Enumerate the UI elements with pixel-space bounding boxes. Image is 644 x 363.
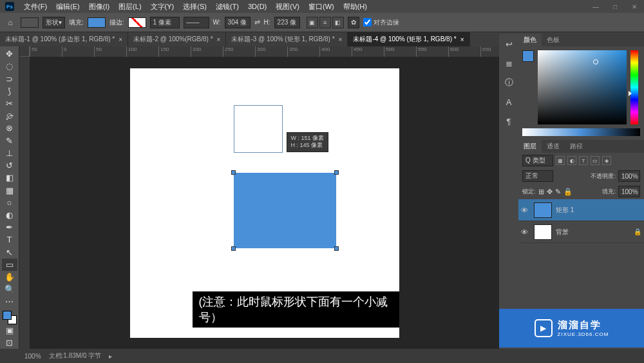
stamp-tool[interactable]: ⊥ <box>2 147 17 159</box>
home-icon[interactable]: ⌂ <box>4 16 17 29</box>
menu-image[interactable]: 图像(I) <box>84 2 114 12</box>
menu-filter[interactable]: 滤镜(T) <box>211 2 243 12</box>
layer-filter-kind[interactable]: Q 类型 <box>522 155 553 166</box>
width-field[interactable]: 304 像 <box>225 17 251 28</box>
tab-doc2[interactable]: 未标题-2 @ 100%(RGB/8) *× <box>128 32 226 46</box>
char-icon[interactable]: A <box>502 95 515 108</box>
menu-view[interactable]: 视图(V) <box>271 2 304 12</box>
tool-preset[interactable] <box>21 17 39 28</box>
pen-tool[interactable]: ✒ <box>2 221 17 233</box>
handle-br[interactable] <box>334 246 339 251</box>
stroke-swatch[interactable] <box>128 17 146 28</box>
layer-name[interactable]: 背景 <box>556 228 569 237</box>
close-icon[interactable]: × <box>339 36 343 43</box>
handle-tr[interactable] <box>334 170 339 175</box>
layer-thumb[interactable] <box>534 224 552 240</box>
handle-tl[interactable] <box>231 170 236 175</box>
brush-tool[interactable]: ✎ <box>2 135 17 147</box>
align-edges-checkbox[interactable]: 对齐边缘 <box>363 18 399 27</box>
lock-pix-icon[interactable]: ✎ <box>555 188 561 196</box>
eyedrop-tool[interactable]: ⌮ <box>2 110 17 122</box>
properties-icon[interactable]: ≣ <box>502 57 515 70</box>
minimize-button[interactable]: — <box>586 0 605 13</box>
marquee-tool[interactable]: ◌ <box>2 60 17 72</box>
quickmask-tool[interactable]: ▣ <box>2 324 17 337</box>
hand-tool[interactable]: ✋ <box>2 271 17 283</box>
path-arrange[interactable]: ◧ <box>332 17 344 28</box>
move-tool[interactable]: ✥ <box>2 48 17 60</box>
filter-smart-icon[interactable]: ◈ <box>602 156 611 165</box>
color-tab[interactable]: 颜色 <box>518 34 542 46</box>
info-icon[interactable]: ⓘ <box>502 76 515 89</box>
lasso-tool[interactable]: ⊃ <box>2 72 17 84</box>
blur-tool[interactable]: ○ <box>2 197 17 209</box>
rectangle-shape[interactable] <box>234 173 336 248</box>
handle-bl[interactable] <box>231 246 236 251</box>
layer-row[interactable]: 👁 矩形 1 <box>518 199 644 221</box>
color-swap[interactable] <box>3 311 17 324</box>
link-icon[interactable]: ⇌ <box>254 18 260 26</box>
wand-tool[interactable]: ⟆ <box>2 85 17 97</box>
ruler-horizontal[interactable]: 5005010015020025030035040045050055060065… <box>30 46 499 57</box>
shape-mode-select[interactable]: 形状 ▾ <box>43 17 65 28</box>
blend-mode[interactable]: 正常 <box>522 170 553 182</box>
eraser-tool[interactable]: ◧ <box>2 172 17 184</box>
edit-toolbar[interactable]: ⋯ <box>2 295 17 308</box>
filter-pixel-icon[interactable]: ▦ <box>556 156 565 165</box>
filter-adj-icon[interactable]: ◐ <box>567 156 576 165</box>
hue-slider[interactable] <box>630 50 638 124</box>
foreground-color[interactable] <box>3 311 12 320</box>
stroke-style[interactable]: —— <box>184 17 209 28</box>
channels-tab[interactable]: 通道 <box>542 140 565 153</box>
shape-options[interactable]: ✿ <box>348 17 359 28</box>
tab-doc4[interactable]: 未标题-4 @ 100% (矩形 1, RGB/8) *× <box>348 32 469 46</box>
screenmode-tool[interactable]: ⊡ <box>2 337 17 349</box>
fg-swatch[interactable] <box>522 50 534 62</box>
ruler-vertical[interactable] <box>19 57 30 349</box>
doc-size[interactable]: 文档:1.83M/0 字节 <box>49 351 102 360</box>
close-button[interactable]: ✕ <box>625 0 644 13</box>
color-ramp[interactable] <box>522 128 640 136</box>
zoom-level[interactable]: 100% <box>24 353 41 360</box>
type-tool[interactable]: T <box>2 233 17 246</box>
shape-tool[interactable]: ▭ <box>2 259 17 271</box>
layer-name[interactable]: 矩形 1 <box>556 206 574 215</box>
maximize-button[interactable]: □ <box>605 0 625 13</box>
stroke-width[interactable]: 1 像素 <box>150 17 180 28</box>
status-arrow[interactable]: ▸ <box>109 353 112 360</box>
layer-row[interactable]: 👁 背景 🔒 <box>518 221 644 243</box>
color-picker[interactable] <box>538 50 627 124</box>
tab-doc1[interactable]: 未标题-1 @ 100% (多边形 1, RGB/8) *× <box>0 32 128 46</box>
ruler-origin[interactable] <box>19 46 30 57</box>
path-combine[interactable]: ▣ <box>307 17 318 28</box>
lock-pos-icon[interactable]: ✥ <box>547 188 553 196</box>
filter-shape-icon[interactable]: ▭ <box>591 156 600 165</box>
lock-icon[interactable]: 🔒 <box>564 188 573 196</box>
menu-window[interactable]: 窗口(W) <box>304 2 339 12</box>
visibility-icon[interactable]: 👁 <box>521 206 530 214</box>
menu-3d[interactable]: 3D(D) <box>243 3 271 10</box>
paths-tab[interactable]: 路径 <box>565 140 588 153</box>
close-icon[interactable]: × <box>118 36 122 43</box>
menu-select[interactable]: 选择(S) <box>178 2 211 12</box>
crop-tool[interactable]: ✂ <box>2 97 17 110</box>
dodge-tool[interactable]: ◐ <box>2 209 17 221</box>
layers-tab[interactable]: 图层 <box>518 140 542 153</box>
close-icon[interactable]: × <box>460 36 464 43</box>
height-field[interactable]: 223 像 <box>274 17 300 28</box>
history-tool[interactable]: ↺ <box>2 159 17 172</box>
visibility-icon[interactable]: 👁 <box>521 228 530 236</box>
menu-help[interactable]: 帮助(H) <box>339 2 372 12</box>
hue-indicator[interactable] <box>629 91 632 96</box>
picker-indicator[interactable] <box>593 59 598 64</box>
menu-type[interactable]: 文字(Y) <box>146 2 179 12</box>
tab-doc3[interactable]: 未标题-3 @ 100% (矩形 1, RGB/8) *× <box>226 32 348 46</box>
canvas-area[interactable]: W : 151 像素 H : 145 像素 (注意：此时鼠标形状下面有一个小减号… <box>30 57 499 349</box>
menu-edit[interactable]: 编辑(E) <box>52 2 84 12</box>
lock-all-icon[interactable]: ⊞ <box>538 188 544 196</box>
swatches-tab[interactable]: 色板 <box>542 34 565 46</box>
menu-layer[interactable]: 图层(L) <box>114 2 146 12</box>
path-align[interactable]: ≡ <box>319 17 331 28</box>
para-icon[interactable]: ¶ <box>502 115 515 128</box>
filter-type-icon[interactable]: T <box>579 156 588 165</box>
